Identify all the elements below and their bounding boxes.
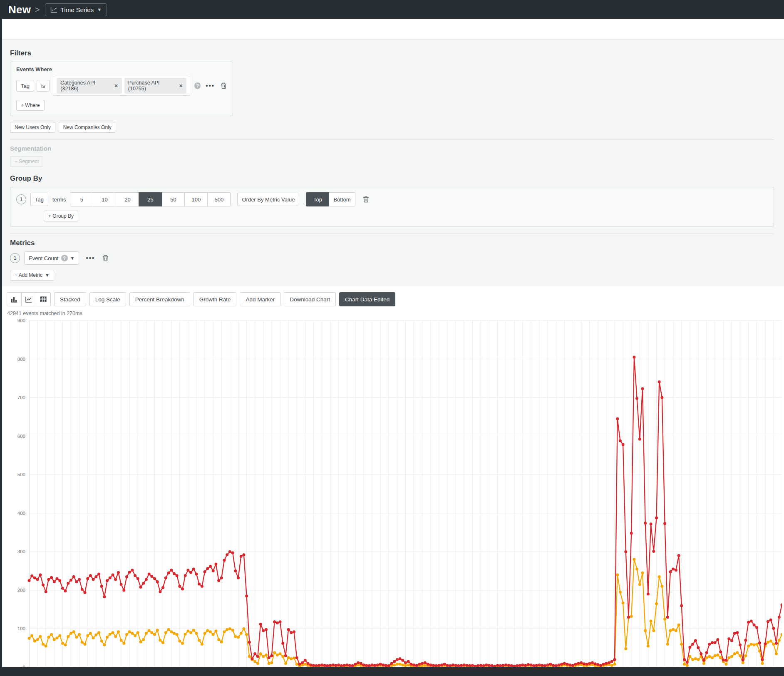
data-point[interactable]	[619, 591, 622, 594]
data-point[interactable]	[223, 559, 226, 562]
data-point[interactable]	[148, 629, 151, 632]
data-point[interactable]	[295, 663, 298, 666]
data-point[interactable]	[412, 664, 415, 666]
data-point[interactable]	[50, 576, 53, 579]
data-point[interactable]	[206, 629, 209, 632]
data-point[interactable]	[212, 569, 215, 572]
data-point[interactable]	[78, 633, 81, 636]
data-point[interactable]	[672, 628, 675, 631]
data-point[interactable]	[574, 663, 577, 666]
data-point[interactable]	[161, 641, 164, 644]
data-point[interactable]	[97, 631, 100, 634]
data-point[interactable]	[652, 550, 655, 553]
data-point[interactable]	[446, 664, 449, 667]
data-point[interactable]	[465, 664, 468, 667]
data-point[interactable]	[335, 664, 337, 667]
data-point[interactable]	[156, 629, 159, 632]
data-point[interactable]	[672, 568, 675, 571]
data-point[interactable]	[761, 662, 764, 665]
data-point[interactable]	[708, 643, 711, 646]
data-point[interactable]	[318, 664, 320, 667]
data-point[interactable]	[747, 645, 750, 648]
data-point[interactable]	[781, 604, 782, 606]
data-point[interactable]	[148, 573, 151, 576]
data-point[interactable]	[47, 578, 50, 581]
filter-value-chip[interactable]: Categories API (32186)✕	[57, 78, 122, 94]
data-point[interactable]	[630, 615, 633, 618]
data-point[interactable]	[290, 631, 293, 634]
data-point[interactable]	[711, 641, 714, 644]
data-point[interactable]	[421, 662, 424, 665]
term-option-50[interactable]: 50	[161, 192, 185, 206]
data-point[interactable]	[460, 664, 463, 667]
data-point[interactable]	[669, 629, 672, 632]
data-point[interactable]	[479, 664, 482, 667]
data-point[interactable]	[399, 663, 402, 666]
data-point[interactable]	[120, 639, 123, 642]
data-point[interactable]	[429, 664, 432, 666]
term-option-100[interactable]: 100	[184, 192, 208, 206]
data-point[interactable]	[371, 664, 374, 666]
data-point[interactable]	[753, 644, 756, 646]
data-point[interactable]	[454, 664, 457, 667]
data-point[interactable]	[660, 396, 663, 399]
log-scale-button[interactable]: Log Scale	[89, 292, 126, 306]
data-point[interactable]	[198, 639, 201, 642]
data-point[interactable]	[496, 664, 499, 667]
data-point[interactable]	[81, 588, 84, 591]
data-point[interactable]	[644, 522, 647, 524]
data-point[interactable]	[220, 577, 223, 579]
data-point[interactable]	[33, 640, 36, 643]
data-point[interactable]	[109, 633, 112, 636]
add-where-button[interactable]: + Where	[16, 100, 45, 111]
data-point[interactable]	[109, 577, 112, 579]
data-point[interactable]	[53, 580, 56, 583]
order-by-button[interactable]: Order By Metric Value	[237, 193, 299, 206]
data-point[interactable]	[660, 585, 663, 588]
data-point[interactable]	[139, 640, 142, 643]
data-point[interactable]	[89, 574, 92, 577]
data-point[interactable]	[758, 641, 761, 644]
data-point[interactable]	[404, 664, 407, 667]
data-point[interactable]	[42, 583, 45, 586]
data-point[interactable]	[84, 591, 87, 594]
filter-field-button[interactable]: Tag	[16, 80, 34, 92]
data-point[interactable]	[610, 664, 613, 667]
data-point[interactable]	[94, 634, 97, 636]
add-marker-button[interactable]: Add Marker	[240, 292, 280, 306]
data-point[interactable]	[622, 443, 625, 446]
data-point[interactable]	[290, 657, 293, 660]
data-point[interactable]	[262, 629, 265, 632]
data-point[interactable]	[134, 634, 136, 637]
delete-metric-icon[interactable]	[102, 255, 109, 261]
data-point[interactable]	[47, 636, 50, 639]
data-point[interactable]	[655, 516, 658, 519]
data-point[interactable]	[125, 633, 128, 636]
data-point[interactable]	[440, 664, 443, 666]
data-point[interactable]	[541, 664, 543, 667]
data-point[interactable]	[502, 664, 505, 667]
direction-option-bottom[interactable]: Bottom	[329, 192, 355, 206]
add-metric-button[interactable]: + Add Metric ▼	[10, 270, 54, 281]
add-segment-button[interactable]: + Segment	[10, 156, 43, 167]
data-point[interactable]	[769, 640, 772, 643]
data-point[interactable]	[134, 574, 136, 577]
data-point[interactable]	[719, 651, 722, 654]
term-option-20[interactable]: 20	[116, 192, 139, 206]
data-point[interactable]	[599, 664, 602, 667]
data-point[interactable]	[220, 640, 223, 643]
data-point[interactable]	[530, 664, 533, 666]
data-point[interactable]	[521, 664, 524, 666]
data-point[interactable]	[401, 664, 404, 666]
data-point[interactable]	[161, 586, 164, 589]
data-point[interactable]	[343, 664, 346, 667]
data-point[interactable]	[58, 579, 61, 582]
data-point[interactable]	[270, 654, 273, 657]
data-point[interactable]	[226, 628, 228, 631]
data-point[interactable]	[742, 659, 744, 661]
data-point[interactable]	[753, 624, 756, 626]
data-point[interactable]	[178, 640, 181, 643]
remove-chip-icon[interactable]: ✕	[179, 83, 183, 89]
data-point[interactable]	[284, 654, 287, 657]
data-point[interactable]	[357, 661, 360, 664]
